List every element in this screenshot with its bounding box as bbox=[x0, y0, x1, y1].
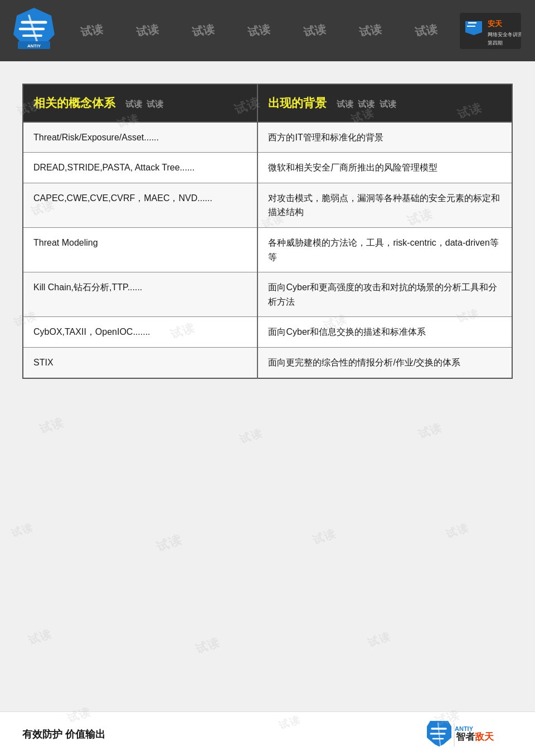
watermark: 试读 bbox=[238, 426, 265, 447]
header-watermark: 试读 bbox=[191, 21, 216, 40]
header-left-watermarks: 试读 试读 bbox=[125, 99, 163, 109]
table-cell-right-5: 面向Cyber和更高强度的攻击和对抗的场景的分析工具和分析方法 bbox=[257, 272, 512, 317]
watermark: 试读 bbox=[37, 414, 67, 437]
header-logo: ANTIY bbox=[11, 6, 61, 56]
table-cell-right-7: 面向更完整的综合性的情报分析/作业/交换的体系 bbox=[257, 347, 512, 378]
right-text-4: 各种威胁建模的方法论，工具，risk-centric，data-driven等等 bbox=[268, 238, 498, 262]
svg-text:第四期: 第四期 bbox=[488, 40, 503, 46]
watermark: 试读 bbox=[154, 531, 184, 556]
table-row: Threat/Risk/Exposure/Asset...... 西方的IT管理… bbox=[23, 122, 512, 153]
svg-text:智者: 智者 bbox=[455, 731, 475, 742]
table-row: DREAD,STRIDE,PASTA, Attack Tree...... 微软… bbox=[23, 153, 512, 183]
svg-text:敌天: 敌天 bbox=[475, 731, 494, 742]
right-text-6: 面向Cyber和信息交换的描述和标准体系 bbox=[268, 327, 426, 336]
footer-antiy-logo-icon: ANTIY 智者 敌天 bbox=[424, 719, 513, 749]
left-text-2: DREAD,STRIDE,PASTA, Attack Tree...... bbox=[33, 163, 194, 172]
table-cell-left-4: Threat Modeling bbox=[23, 227, 257, 272]
left-text-3: CAPEC,CWE,CVE,CVRF，MAEC，NVD...... bbox=[33, 193, 212, 203]
watermark: 试读 bbox=[366, 629, 393, 651]
table-row: Threat Modeling 各种威胁建模的方法论，工具，risk-centr… bbox=[23, 227, 512, 272]
footer-logo: ANTIY 智者 敌天 bbox=[424, 719, 513, 749]
svg-text:ANTIY: ANTIY bbox=[27, 43, 41, 48]
right-text-7: 面向更完整的综合性的情报分析/作业/交换的体系 bbox=[268, 358, 460, 367]
header-watermark: 试读 bbox=[135, 21, 160, 40]
header-label-right: 出现的背景 bbox=[268, 96, 327, 109]
watermark: 试读 bbox=[26, 626, 55, 648]
header-label-left: 相关的概念体系 bbox=[33, 96, 115, 109]
header-cell-left: 相关的概念体系 试读 试读 bbox=[23, 84, 257, 122]
antiy-logo-icon: ANTIY bbox=[11, 6, 57, 51]
table-cell-right-6: 面向Cyber和信息交换的描述和标准体系 bbox=[257, 317, 512, 348]
header-watermarks: 试读 试读 试读 试读 试读 试读 试读 bbox=[61, 23, 457, 38]
header-watermark: 试读 bbox=[247, 21, 271, 40]
watermark: 试读 bbox=[444, 520, 471, 542]
header-right-watermarks: 试读 试读 试读 bbox=[337, 99, 396, 109]
header-watermark: 试读 bbox=[303, 21, 327, 40]
left-text-4: Threat Modeling bbox=[33, 238, 98, 247]
table-cell-left-6: CybOX,TAXII，OpenIOC....... bbox=[23, 317, 257, 348]
table-row: Kill Chain,钻石分析,TTP...... 面向Cyber和更高强度的攻… bbox=[23, 272, 512, 317]
header-watermark: 试读 bbox=[358, 21, 383, 40]
header-watermark: 试读 bbox=[80, 21, 104, 40]
left-text-5: Kill Chain,钻石分析,TTP...... bbox=[33, 282, 142, 292]
footer-tagline: 有效防护 价值输出 bbox=[22, 728, 105, 741]
right-text-3: 对攻击模式，脆弱点，漏洞等各种基础的安全元素的标定和描述结构 bbox=[268, 193, 500, 217]
header: ANTIY 试读 试读 试读 试读 试读 试读 试读 安天 网络安全冬训营 第四… bbox=[0, 0, 535, 61]
header-cell-right: 出现的背景 试读 试读 试读 bbox=[257, 84, 512, 122]
content-area: 相关的概念体系 试读 试读 出现的背景 试读 试读 试读 Threat/Risk… bbox=[0, 61, 535, 390]
table-cell-right-1: 西方的IT管理和标准化的背景 bbox=[257, 122, 512, 153]
table-cell-left-1: Threat/Risk/Exposure/Asset...... bbox=[23, 122, 257, 153]
svg-text:安天: 安天 bbox=[487, 19, 503, 28]
header-watermark: 试读 bbox=[414, 21, 439, 40]
right-text-5: 面向Cyber和更高强度的攻击和对抗的场景的分析工具和分析方法 bbox=[268, 282, 497, 306]
table-cell-right-2: 微软和相关安全厂商所推出的风险管理模型 bbox=[257, 153, 512, 183]
table-header-row: 相关的概念体系 试读 试读 出现的背景 试读 试读 试读 bbox=[23, 84, 512, 122]
left-text-7: STIX bbox=[33, 358, 54, 367]
header-right-logo: 安天 网络安全冬训营 第四期 bbox=[457, 11, 524, 50]
table-row: CAPEC,CWE,CVE,CVRF，MAEC，NVD...... 对攻击模式，… bbox=[23, 183, 512, 227]
footer: 有效防护 价值输出 ANTIY 智者 敌天 bbox=[0, 711, 535, 756]
watermark: 试读 bbox=[193, 634, 223, 657]
svg-text:网络安全冬训营: 网络安全冬训营 bbox=[488, 32, 521, 37]
table-cell-left-7: STIX bbox=[23, 347, 257, 378]
table-row: STIX 面向更完整的综合性的情报分析/作业/交换的体系 bbox=[23, 347, 512, 378]
watermark: 试读 bbox=[416, 420, 445, 442]
left-text-6: CybOX,TAXII，OpenIOC....... bbox=[33, 327, 150, 336]
right-text-2: 微软和相关安全厂商所推出的风险管理模型 bbox=[268, 163, 437, 172]
right-text-1: 西方的IT管理和标准化的背景 bbox=[268, 133, 383, 142]
table-cell-left-5: Kill Chain,钻石分析,TTP...... bbox=[23, 272, 257, 317]
watermark: 试读 bbox=[9, 520, 35, 540]
watermark: 试读 bbox=[310, 525, 339, 548]
table-cell-right-4: 各种威胁建模的方法论，工具，risk-centric，data-driven等等 bbox=[257, 227, 512, 272]
table-cell-left-2: DREAD,STRIDE,PASTA, Attack Tree...... bbox=[23, 153, 257, 183]
left-text-1: Threat/Risk/Exposure/Asset...... bbox=[33, 133, 159, 142]
right-badge-icon: 安天 网络安全冬训营 第四期 bbox=[460, 13, 521, 49]
table-cell-left-3: CAPEC,CWE,CVE,CVRF，MAEC，NVD...... bbox=[23, 183, 257, 227]
table-cell-right-3: 对攻击模式，脆弱点，漏洞等各种基础的安全元素的标定和描述结构 bbox=[257, 183, 512, 227]
main-table: 相关的概念体系 试读 试读 出现的背景 试读 试读 试读 Threat/Risk… bbox=[22, 84, 513, 379]
table-row: CybOX,TAXII，OpenIOC....... 面向Cyber和信息交换的… bbox=[23, 317, 512, 348]
